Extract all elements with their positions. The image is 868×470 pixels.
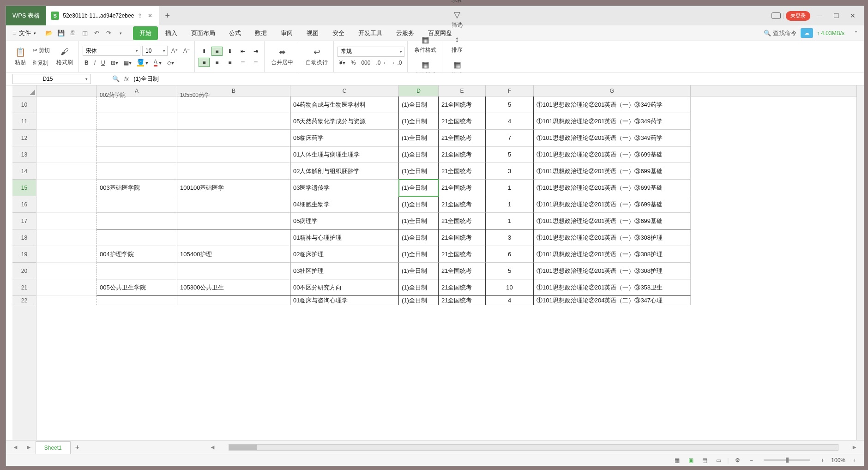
align-bottom-button[interactable]: ⬇ — [224, 47, 235, 56]
cell[interactable]: (1)全日制 — [399, 279, 439, 296]
cell[interactable] — [177, 263, 290, 279]
cell[interactable]: (1)全日制 — [399, 180, 439, 196]
cell[interactable]: ①101思想政治理论②201英语（一）③308护理 — [534, 229, 691, 246]
sum-button[interactable]: Σ求和 — [446, 0, 468, 6]
cell[interactable]: ①101思想政治理论②201英语（一）③699基础 — [534, 196, 691, 213]
cell[interactable]: 3 — [486, 229, 534, 246]
cell[interactable] — [96, 263, 177, 279]
share-icon[interactable]: ⇪ — [138, 12, 142, 19]
print-preview-icon[interactable]: ◫ — [79, 28, 90, 39]
fx-icon[interactable]: fx — [124, 75, 129, 82]
format-painter-button[interactable]: 🖌 格式刷 — [54, 45, 76, 68]
cell[interactable]: 05病理学 — [290, 213, 399, 229]
column-header-E[interactable]: E — [439, 85, 486, 96]
justify-button[interactable]: ≣ — [237, 58, 248, 67]
cell[interactable]: 21全国统考 — [439, 296, 486, 305]
bold-button[interactable]: B — [83, 59, 90, 67]
cell[interactable]: (1)全日制 — [399, 213, 439, 229]
new-tab-button[interactable]: + — [159, 6, 175, 25]
cell[interactable]: 5 — [486, 146, 534, 163]
cell[interactable]: 21全国统考 — [439, 130, 486, 146]
zoom-fx-icon[interactable]: 🔍 — [112, 75, 120, 82]
cell[interactable]: ①101思想政治理论②201英语（一）③699基础 — [534, 163, 691, 180]
cell[interactable]: 5 — [486, 263, 534, 279]
chevron-down-icon[interactable]: ▾ — [161, 48, 167, 53]
cell[interactable]: 03社区护理 — [290, 263, 399, 279]
cell[interactable]: 1 — [486, 196, 534, 213]
cell[interactable]: (1)全日制 — [399, 163, 439, 180]
row-header[interactable]: 14 — [12, 163, 36, 180]
cell[interactable]: 03医学遗传学 — [290, 180, 399, 196]
cell[interactable]: 21全国统考 — [439, 246, 486, 263]
cell[interactable]: 5 — [486, 96, 534, 113]
cell[interactable]: (1)全日制 — [399, 263, 439, 279]
redo-icon[interactable]: ↷ — [103, 28, 115, 39]
cell[interactable]: ①101思想政治理论②201英语（一）③353卫生 — [534, 279, 691, 296]
column-header-C[interactable]: C — [290, 85, 399, 96]
cell[interactable] — [177, 196, 290, 213]
align-left-button[interactable]: ≡ — [199, 58, 210, 67]
tab-security[interactable]: 安全 — [326, 26, 351, 40]
tab-developer[interactable]: 开发工具 — [352, 26, 389, 40]
cell[interactable]: 003基础医学院 — [96, 180, 177, 196]
cell[interactable]: (1)全日制 — [399, 229, 439, 246]
select-all-corner[interactable] — [12, 85, 36, 96]
cell[interactable]: 01精神与心理护理 — [290, 229, 399, 246]
cell[interactable]: 105400护理 — [177, 246, 290, 263]
cell[interactable] — [96, 213, 177, 229]
cell[interactable] — [177, 229, 290, 246]
cell[interactable]: 7 — [486, 130, 534, 146]
increase-indent-button[interactable]: ⇥ — [250, 47, 261, 56]
cell[interactable] — [177, 146, 290, 163]
cell[interactable]: 21全国统考 — [439, 180, 486, 196]
cell[interactable]: 005公共卫生学院 — [96, 279, 177, 296]
cell[interactable] — [177, 163, 290, 180]
tab-data[interactable]: 数据 — [248, 26, 273, 40]
align-center-button[interactable]: ≡ — [211, 58, 223, 67]
cell[interactable]: 02人体解剖与组织胚胎学 — [290, 163, 399, 180]
cell[interactable]: 3 — [486, 163, 534, 180]
column-header-G[interactable]: G — [534, 85, 691, 96]
cell[interactable]: 100100基础医学 — [177, 180, 290, 196]
cell[interactable]: 4 — [486, 296, 534, 305]
row-header[interactable]: 10 — [12, 96, 36, 113]
cell[interactable]: 10 — [486, 279, 534, 296]
cell[interactable]: 01人体生理与病理生理学 — [290, 146, 399, 163]
chevron-down-icon[interactable]: ▾ — [134, 48, 140, 53]
decrease-font-button[interactable]: A⁻ — [181, 47, 192, 55]
cell[interactable]: 04细胞生物学 — [290, 196, 399, 213]
distribute-button[interactable]: ≣ — [250, 58, 261, 67]
cell[interactable]: 21全国统考 — [439, 146, 486, 163]
row-header[interactable]: 12 — [12, 130, 36, 146]
align-top-button[interactable]: ⬆ — [199, 47, 210, 56]
qat-dropdown-icon[interactable]: ▾ — [115, 28, 127, 39]
chevron-down-icon[interactable]: ▾ — [83, 77, 90, 81]
cell[interactable]: (1)全日制 — [399, 130, 439, 146]
cell[interactable]: 105300公共卫生 — [177, 279, 290, 296]
cell[interactable]: 21全国统考 — [439, 213, 486, 229]
conditional-format-button[interactable]: ▦条件格式 — [411, 33, 439, 56]
row-header[interactable]: 22 — [12, 296, 36, 305]
row-header[interactable]: 11 — [12, 113, 36, 130]
row-header[interactable]: 16 — [12, 196, 36, 213]
cell[interactable]: 4 — [486, 113, 534, 130]
cell[interactable]: ①101思想政治理论②201英语（一）③349药学 — [534, 113, 691, 130]
save-icon[interactable]: 💾 — [55, 28, 66, 39]
align-middle-button[interactable]: ≡ — [211, 47, 223, 56]
cell-fill-button[interactable]: ▦▾ — [122, 59, 133, 67]
tab-view[interactable]: 视图 — [300, 26, 325, 40]
cell[interactable]: 004护理学院 — [96, 246, 177, 263]
cell[interactable]: (1)全日制 — [399, 96, 439, 113]
tab-page-layout[interactable]: 页面布局 — [185, 26, 222, 40]
cell[interactable]: ①101思想政治理论②201英语（一）③699基础 — [534, 180, 691, 196]
paste-button[interactable]: 📋 粘贴 — [12, 45, 29, 68]
cell[interactable] — [177, 296, 290, 305]
row-header[interactable]: 19 — [12, 246, 36, 263]
cell[interactable]: 6 — [486, 246, 534, 263]
print-icon[interactable]: 🖶 — [67, 28, 78, 39]
cell[interactable] — [96, 130, 177, 146]
copy-button[interactable]: ⎘复制 — [31, 58, 52, 68]
tab-insert[interactable]: 插入 — [159, 26, 184, 40]
cell[interactable]: 02临床护理 — [290, 246, 399, 263]
formula-input[interactable] — [133, 75, 693, 82]
